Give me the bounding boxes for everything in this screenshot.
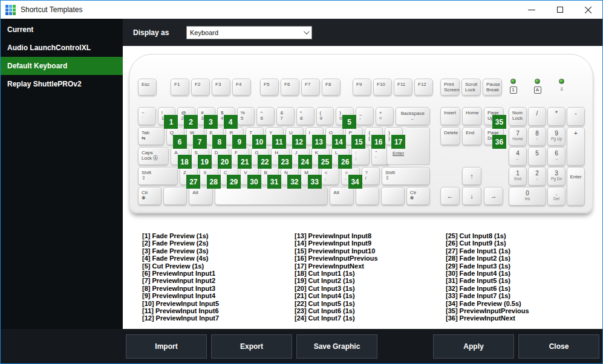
key-5[interactable]: %5 [237, 107, 255, 125]
key-f1[interactable]: F1 [171, 79, 189, 96]
key-backspace[interactable]: Backspace← [396, 107, 430, 125]
key-numpad-divide[interactable]: / [528, 107, 546, 126]
key-o[interactable]: O14 [325, 127, 344, 145]
sidebar-item-audio-launchcontrolxl[interactable]: Audio LaunchControlXL [1, 39, 123, 57]
key-y[interactable]: Y11 [266, 127, 284, 145]
key-6[interactable]: ^6 [256, 107, 275, 125]
close-button[interactable] [574, 1, 602, 19]
close-button[interactable]: Close [518, 334, 599, 359]
key-2[interactable]: @22 [177, 107, 195, 125]
key-i[interactable]: I13 [305, 127, 324, 145]
import-button[interactable]: Import [126, 334, 207, 359]
key-m[interactable]: M33 [301, 167, 319, 185]
key-num-lock[interactable]: NumLock [509, 107, 527, 126]
key-3[interactable]: #33 [197, 107, 215, 125]
key-semicolon[interactable]: :; [351, 147, 370, 165]
key-page-down[interactable]: PageDown36 [484, 127, 504, 145]
key-q[interactable]: Q6 [166, 127, 184, 145]
key-esc[interactable]: Esc [138, 79, 157, 96]
key-e[interactable]: E8 [206, 127, 224, 145]
key-left-alt[interactable]: Alt [189, 187, 212, 205]
key-numpad-0[interactable]: 0Ins [509, 187, 546, 206]
key-numpad-5[interactable]: 5 [528, 147, 546, 166]
sidebar-item-replay-shuttleprov2[interactable]: Replay ShuttlePROv2 [1, 75, 123, 93]
key-right-ctrl[interactable]: Ctr❋ [406, 187, 430, 205]
key-caps-lock[interactable]: CapsLock Ⓐ [138, 147, 169, 165]
key-numpad-decimal[interactable]: .Del [547, 187, 566, 206]
key-n[interactable]: N32 [281, 167, 299, 185]
key-numpad-minus[interactable]: - [567, 107, 585, 126]
key-8[interactable]: *8 [296, 107, 315, 125]
key-u[interactable]: U12 [285, 127, 304, 145]
key-f6[interactable]: F6 [281, 79, 299, 96]
key-1[interactable]: !11 [158, 107, 176, 125]
key-lbracket[interactable]: {[16 [365, 127, 383, 145]
key-page-up[interactable]: PageUp35 [484, 107, 504, 125]
key-numpad-4[interactable]: 4← [509, 147, 527, 166]
key-right-win[interactable] [356, 187, 379, 205]
key-f3[interactable]: F3 [212, 79, 230, 96]
key-numpad-9[interactable]: 9Pg Up [547, 127, 566, 146]
key-7[interactable]: &7 [276, 107, 295, 125]
key-numpad-6[interactable]: 6→ [547, 147, 566, 166]
key-f12[interactable]: F12 [414, 79, 433, 96]
key-c[interactable]: C29 [220, 167, 238, 185]
key-s[interactable]: S19 [191, 147, 209, 165]
key-numpad-multiply[interactable]: * [547, 107, 566, 126]
key-period[interactable]: >.34 [341, 167, 359, 185]
key-b[interactable]: B31 [261, 167, 279, 185]
key-space[interactable] [215, 187, 328, 205]
minimize-button[interactable] [517, 1, 546, 19]
key-print-screen[interactable]: PrintScreen [440, 79, 460, 96]
key-j[interactable]: J24 [292, 147, 310, 165]
key-l[interactable]: L26 [331, 147, 350, 165]
key-9[interactable]: (9 [316, 107, 334, 125]
key-left-ctrl[interactable]: Ctr❋ [138, 187, 161, 205]
key-delete[interactable]: Delete [440, 127, 460, 145]
apply-button[interactable]: Apply [433, 334, 514, 359]
key-arrow-right[interactable]: → [484, 187, 503, 205]
key-left-win[interactable] [163, 187, 187, 205]
key-arrow-left[interactable]: ← [440, 187, 460, 205]
key-numpad-2[interactable]: 2↓ [528, 167, 546, 186]
key-numpad-3[interactable]: 3Pg Dn [547, 167, 566, 186]
save-graphic-button[interactable]: Save Graphic [296, 334, 377, 359]
key-a[interactable]: A18 [171, 147, 189, 165]
key-numpad-1[interactable]: 1End [509, 167, 527, 186]
key-f11[interactable]: F11 [394, 79, 412, 96]
key-g[interactable]: G22 [251, 147, 269, 165]
key-h[interactable]: H23 [271, 147, 289, 165]
key-equals[interactable]: += [376, 107, 394, 125]
key-t[interactable]: T10 [246, 127, 264, 145]
key-menu[interactable] [381, 187, 405, 205]
key-left-shift[interactable]: Shift⇧ [138, 167, 178, 185]
key-slash[interactable]: ?/ [362, 167, 380, 185]
key-insert[interactable]: Insert [440, 107, 460, 125]
key-d[interactable]: D20 [211, 147, 229, 165]
key-f7[interactable]: F7 [301, 79, 320, 96]
sidebar-item-current[interactable]: Current [1, 21, 123, 39]
key-home[interactable]: Home [462, 107, 482, 125]
key-right-alt[interactable]: Alt [330, 187, 353, 205]
key-comma[interactable]: <, [321, 167, 339, 185]
export-button[interactable]: Export [211, 334, 292, 359]
key-numpad-7[interactable]: 7Home [509, 127, 527, 146]
key-rbracket[interactable]: }]17 [385, 127, 403, 145]
key-v[interactable]: V30 [240, 167, 258, 185]
key-p[interactable]: P15 [345, 127, 363, 145]
sidebar-item-default-keyboard[interactable]: Default Keyboard [1, 57, 123, 75]
key-f4[interactable]: F4 [232, 79, 251, 96]
display-as-select[interactable]: Keyboard [186, 26, 312, 39]
key-f9[interactable]: F9 [353, 79, 371, 96]
key-scroll-lock[interactable]: ScrollLock [461, 79, 481, 96]
key-0[interactable]: )05 [336, 107, 354, 125]
key-k[interactable]: K25 [311, 147, 330, 165]
maximize-button[interactable] [546, 1, 574, 19]
key-4[interactable]: $44 [217, 107, 235, 125]
key-f5[interactable]: F5 [260, 79, 279, 96]
key-f[interactable]: F21 [231, 147, 249, 165]
key-numpad-8[interactable]: 8↑ [528, 127, 546, 146]
key-arrow-down[interactable]: ↓ [462, 187, 481, 205]
key-tab[interactable]: Tab⇆ [138, 127, 165, 145]
key-minus[interactable]: _- [356, 107, 374, 125]
